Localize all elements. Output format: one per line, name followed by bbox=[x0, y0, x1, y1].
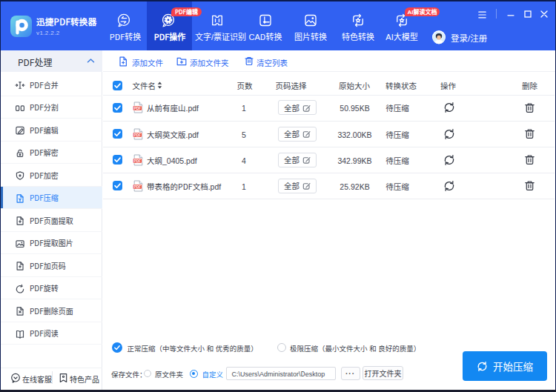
svg-text:PDF: PDF bbox=[134, 133, 142, 136]
svg-text:PDF: PDF bbox=[134, 159, 142, 162]
svg-text:PDF: PDF bbox=[134, 107, 142, 110]
svg-text:PDF: PDF bbox=[134, 185, 142, 188]
